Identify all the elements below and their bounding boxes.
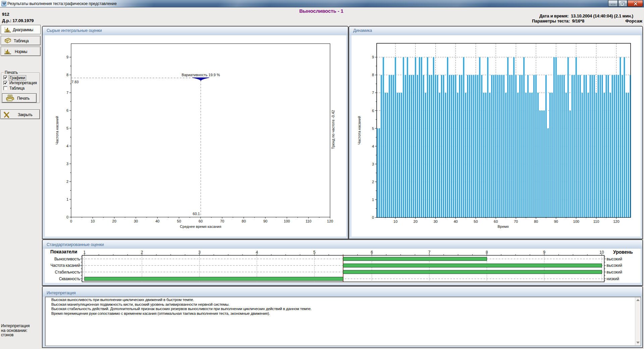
svg-text:120: 120 <box>327 219 333 223</box>
svg-text:3: 3 <box>372 162 374 166</box>
svg-text:90: 90 <box>554 219 558 223</box>
svg-text:30: 30 <box>134 219 138 223</box>
svg-text:80: 80 <box>242 219 246 223</box>
svg-text:Частота касаний: Частота касаний <box>357 116 361 145</box>
svg-text:8: 8 <box>372 73 374 77</box>
svg-text:высокий: высокий <box>607 257 622 261</box>
svg-text:6: 6 <box>66 108 68 112</box>
svg-text:6: 6 <box>372 109 374 113</box>
svg-text:10: 10 <box>393 219 397 223</box>
svg-text:1: 1 <box>66 197 68 201</box>
svg-text:70: 70 <box>514 219 518 223</box>
svg-text:9: 9 <box>66 55 68 59</box>
svg-text:Показатели: Показатели <box>50 249 77 254</box>
svg-text:30: 30 <box>433 219 437 223</box>
svg-text:110: 110 <box>593 219 599 223</box>
svg-text:Вариативность 19.9 %: Вариативность 19.9 % <box>181 73 220 77</box>
svg-text:Тренд по частоте -0.42: Тренд по частоте -0.42 <box>331 110 335 149</box>
svg-text:40: 40 <box>155 219 159 223</box>
svg-text:100: 100 <box>284 219 290 223</box>
svg-text:7: 7 <box>372 91 374 95</box>
svg-text:2: 2 <box>66 180 68 184</box>
svg-text:высокий: высокий <box>607 263 622 268</box>
svg-text:40: 40 <box>453 219 458 223</box>
svg-text:120: 120 <box>613 219 619 223</box>
svg-text:110: 110 <box>306 219 312 223</box>
svg-text:Частота касаний: Частота касаний <box>55 116 59 145</box>
svg-text:4: 4 <box>66 144 68 148</box>
svg-text:50: 50 <box>177 219 181 223</box>
svg-text:Скважность: Скважность <box>59 277 80 281</box>
svg-text:Время: Время <box>497 225 508 229</box>
svg-text:Частота касаний: Частота касаний <box>50 263 80 268</box>
svg-text:8: 8 <box>66 73 68 77</box>
svg-text:высокий: высокий <box>607 270 622 275</box>
svg-text:20: 20 <box>414 219 418 223</box>
svg-text:70: 70 <box>220 219 224 223</box>
svg-text:низкий: низкий <box>607 277 620 281</box>
svg-text:0: 0 <box>66 215 68 219</box>
svg-text:20: 20 <box>112 219 116 223</box>
svg-text:9: 9 <box>372 55 374 59</box>
svg-text:2: 2 <box>372 180 374 184</box>
svg-text:0: 0 <box>372 215 374 219</box>
svg-text:3: 3 <box>66 162 68 166</box>
svg-text:5: 5 <box>372 127 374 131</box>
svg-text:7.83: 7.83 <box>71 80 78 84</box>
svg-text:100: 100 <box>573 219 579 223</box>
svg-text:Стабильность: Стабильность <box>55 270 80 275</box>
svg-text:4: 4 <box>372 144 374 148</box>
svg-text:1: 1 <box>372 198 374 202</box>
svg-text:80: 80 <box>534 219 538 223</box>
svg-text:10: 10 <box>91 219 95 223</box>
svg-text:7: 7 <box>66 91 68 95</box>
svg-text:5: 5 <box>66 126 68 130</box>
svg-text:0: 0 <box>70 219 72 223</box>
svg-text:60.1: 60.1 <box>193 212 200 216</box>
svg-text:Выносливость: Выносливость <box>54 257 80 261</box>
svg-text:60: 60 <box>494 219 498 223</box>
svg-text:Уровень: Уровень <box>613 249 633 255</box>
svg-text:90: 90 <box>263 219 267 223</box>
svg-text:Среднее время касания: Среднее время касания <box>180 225 221 229</box>
svg-text:50: 50 <box>474 219 478 223</box>
svg-text:60: 60 <box>199 219 203 223</box>
